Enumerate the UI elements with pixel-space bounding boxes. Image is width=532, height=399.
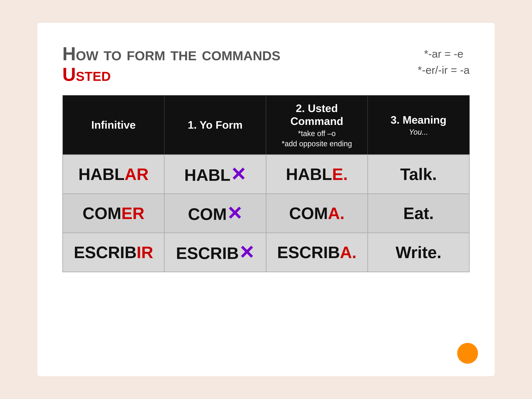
comer-command: COMA. xyxy=(266,194,368,233)
hablar-infinitive: HABLAR xyxy=(63,155,164,194)
title-block: How to form the commands Usted *-ar = -e… xyxy=(62,44,470,85)
slide: How to form the commands Usted *-ar = -e… xyxy=(38,23,494,376)
table-header-row: Infinitive 1. Yo Form 2. Usted Command *… xyxy=(63,95,469,155)
hablar-meaning: Talk. xyxy=(368,155,469,194)
escribir-command: ESCRIBA. xyxy=(266,233,368,272)
title-line1: How to form the commands xyxy=(62,44,470,64)
table-container: Infinitive 1. Yo Form 2. Usted Command *… xyxy=(62,95,470,355)
escribir-meaning: Write. xyxy=(368,233,469,272)
rule-er-ir: *-er/-ir = -a xyxy=(418,62,470,78)
rule-ar: *-ar = -e xyxy=(418,46,470,62)
comer-yo: COM✕ xyxy=(164,194,266,233)
hablar-command: HABLE. xyxy=(266,155,368,194)
header-usted-command: 2. Usted Command *take off –o *add oppos… xyxy=(266,95,368,155)
header-meaning: 3. Meaning You... xyxy=(368,95,469,155)
table-row-escribir: ESCRIBIR ESCRIB✕ ESCRIBA. Write. xyxy=(63,233,469,272)
comer-meaning: Eat. xyxy=(368,194,469,233)
table-row-hablar: HABLAR HABL✕ HABLE. Talk. xyxy=(63,155,469,194)
header-yo-form: 1. Yo Form xyxy=(164,95,266,155)
rules-block: *-ar = -e *-er/-ir = -a xyxy=(418,46,470,78)
escribir-yo: ESCRIB✕ xyxy=(164,233,266,272)
title-line2: Usted xyxy=(62,64,470,85)
table-row-comer: COMER COM✕ COMA. Eat. xyxy=(63,194,469,233)
hablar-yo: HABL✕ xyxy=(164,155,266,194)
escribir-infinitive: ESCRIBIR xyxy=(63,233,164,272)
header-infinitive: Infinitive xyxy=(63,95,164,155)
commands-table: Infinitive 1. Yo Form 2. Usted Command *… xyxy=(62,95,470,272)
comer-infinitive: COMER xyxy=(63,194,164,233)
orange-dot-decoration xyxy=(457,343,478,364)
